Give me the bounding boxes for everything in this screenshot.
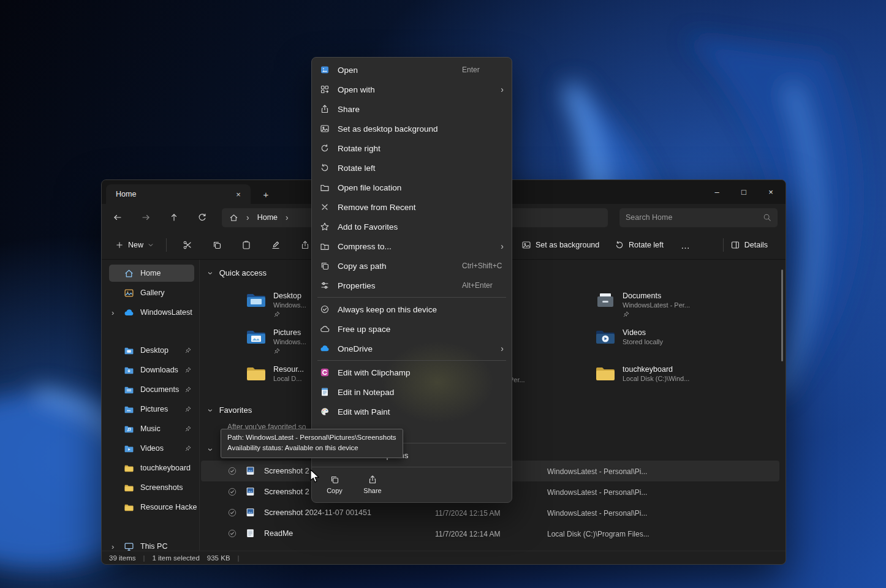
sidebar-item-pictures[interactable]: Pictures xyxy=(109,401,194,418)
context-menu-item-share[interactable]: Share xyxy=(312,99,512,119)
context-menu-item-compress-to[interactable]: Compress to... › xyxy=(312,236,512,256)
context-menu-item-free-up-space[interactable]: Free up space xyxy=(312,319,512,339)
pictures-folder-icon xyxy=(124,404,134,415)
context-menu-item-onedrive[interactable]: OneDrive › xyxy=(312,339,512,358)
sidebar-item-home[interactable]: Home xyxy=(109,265,194,282)
selection-check-icon[interactable] xyxy=(228,508,237,517)
sidebar-item-videos[interactable]: Videos xyxy=(109,440,194,457)
rotate-left-button[interactable]: Rotate left xyxy=(609,235,669,255)
desktop-folder-icon xyxy=(124,345,134,356)
context-menu-item-edit-in-notepad[interactable]: Edit in Notepad xyxy=(312,382,512,402)
rename-button[interactable] xyxy=(263,235,288,255)
maximize-button[interactable]: □ xyxy=(730,180,757,204)
context-menu-item-properties[interactable]: Properties Alt+Enter xyxy=(312,276,512,295)
file-row[interactable]: ReadMe 11/7/2024 12:14 AM Local Disk (C:… xyxy=(201,523,779,544)
quick-access-section-header[interactable]: › Quick access xyxy=(210,268,267,277)
refresh-icon xyxy=(197,213,207,222)
details-button[interactable]: Details xyxy=(725,235,773,255)
tab-close-icon[interactable]: × xyxy=(232,188,244,200)
context-menu-item-open-file-location[interactable]: Open file location xyxy=(312,178,512,197)
refresh-button[interactable] xyxy=(189,207,216,228)
desktop-folder-icon xyxy=(246,292,267,309)
copy-button[interactable]: Copy xyxy=(317,470,352,499)
context-menu-item-rotate-left[interactable]: Rotate left xyxy=(312,158,512,178)
recent-section-header[interactable]: › xyxy=(210,445,213,454)
sidebar-item-screenshots[interactable]: Screenshots xyxy=(109,479,194,496)
selection-check-icon[interactable] xyxy=(228,529,237,538)
copy-button[interactable] xyxy=(205,235,229,255)
sidebar-item-windowslatest[interactable]: › WindowsLatest xyxy=(109,304,194,321)
search-input[interactable] xyxy=(626,213,763,222)
quick-access-tile-touchkeyboard[interactable]: touchkeyboard Local Disk (C:)\Wind... xyxy=(595,365,748,382)
quick-access-tile-documents[interactable]: Documents WindowsLatest - Per... xyxy=(595,292,748,318)
context-menu-item-open-with[interactable]: Open with › xyxy=(312,80,512,99)
share-button-label: Share xyxy=(363,487,381,494)
menu-item-label: Edit in Notepad xyxy=(338,388,394,397)
forward-button[interactable] xyxy=(132,207,159,228)
context-menu-item-always-keep-on-device[interactable]: Always keep on this device xyxy=(312,300,512,319)
cut-button[interactable] xyxy=(175,235,200,255)
favorites-section-header[interactable]: › Favorites xyxy=(210,405,252,415)
see-more-button[interactable]: … xyxy=(675,235,696,255)
context-menu-item-copy-as-path[interactable]: Copy as path Ctrl+Shift+C xyxy=(312,256,512,276)
up-button[interactable] xyxy=(161,207,187,228)
menu-item-label: Add to Favorites xyxy=(338,222,398,232)
screenshot-file-icon xyxy=(245,507,256,518)
file-path: WindowsLatest - Personal\Pi... xyxy=(547,467,647,476)
context-menu-item-edit-with-paint[interactable]: Edit with Paint xyxy=(312,402,512,421)
downloads-folder-icon xyxy=(124,365,134,375)
selection-count: 1 item selected xyxy=(152,554,199,562)
sidebar-item-label: Videos xyxy=(140,444,164,453)
toolbar-divider xyxy=(166,238,167,252)
context-menu-item-edit-with-clipchamp[interactable]: Edit with Clipchamp xyxy=(312,363,512,382)
pin-icon xyxy=(184,445,192,452)
sidebar-item-touchkeyboard[interactable]: touchkeyboard xyxy=(109,459,194,477)
context-menu-item-remove-from-recent[interactable]: Remove from Recent xyxy=(312,197,512,217)
details-pane-icon xyxy=(730,240,740,250)
paste-button[interactable] xyxy=(234,235,259,255)
back-button[interactable] xyxy=(104,207,131,228)
quick-access-tile-videos[interactable]: Videos Stored locally xyxy=(595,328,748,345)
context-menu-item-set-as-desktop-background[interactable]: Set as desktop background xyxy=(312,119,512,138)
file-name: Screenshot 2 xyxy=(264,488,309,496)
sidebar-item-gallery[interactable]: Gallery xyxy=(109,284,194,301)
set-as-background-button[interactable]: Set as background xyxy=(516,235,605,255)
chevron-right-icon[interactable]: › xyxy=(112,542,120,551)
cloud-icon xyxy=(319,323,330,334)
pin-icon xyxy=(184,366,192,374)
tile-subtitle: Windows... xyxy=(273,301,306,309)
close-button[interactable]: × xyxy=(757,180,784,204)
breadcrumb-home[interactable]: Home xyxy=(257,213,278,222)
documents-icon xyxy=(595,292,616,309)
context-menu-footer: Copy Share xyxy=(312,467,512,502)
vertical-scrollbar[interactable] xyxy=(781,270,783,361)
sidebar-item-downloads[interactable]: Downloads xyxy=(109,361,194,379)
tile-name: Pictures xyxy=(273,328,306,337)
selection-check-icon[interactable] xyxy=(228,467,237,475)
keep-on-device-icon xyxy=(319,304,330,315)
menu-item-label: Properties xyxy=(338,281,376,290)
sidebar-item-music[interactable]: Music xyxy=(109,420,194,437)
sidebar-item-resource-hacker[interactable]: Resource Hacke xyxy=(109,499,194,516)
pin-icon xyxy=(184,425,192,432)
chevron-right-icon[interactable]: › xyxy=(112,308,120,317)
file-row[interactable]: Screenshot 2024-11-07 001451 11/7/2024 1… xyxy=(201,502,779,523)
sidebar-item-documents[interactable]: Documents xyxy=(109,381,194,398)
sidebar-item-desktop[interactable]: Desktop xyxy=(109,342,194,359)
tab-home[interactable]: Home × xyxy=(106,184,251,204)
sidebar-item-this-pc[interactable]: › This PC xyxy=(109,538,194,555)
context-menu-item-rotate-right[interactable]: Rotate right xyxy=(312,138,512,158)
context-menu-item-open[interactable]: Open Enter xyxy=(312,60,512,80)
minimize-button[interactable]: – xyxy=(703,180,730,204)
rename-icon xyxy=(271,240,281,250)
tile-name: Videos xyxy=(623,328,663,337)
pin-icon xyxy=(623,311,690,318)
new-tab-button[interactable]: + xyxy=(258,187,274,202)
new-button[interactable]: New xyxy=(109,235,160,255)
context-menu-item-add-to-favorites[interactable]: Add to Favorites xyxy=(312,217,512,236)
share-button[interactable]: Share xyxy=(355,470,390,499)
selection-check-icon[interactable] xyxy=(228,488,237,496)
gallery-icon xyxy=(124,288,134,298)
tile-subtitle: Local D... xyxy=(273,375,304,382)
rotate-left-label: Rotate left xyxy=(629,241,664,249)
